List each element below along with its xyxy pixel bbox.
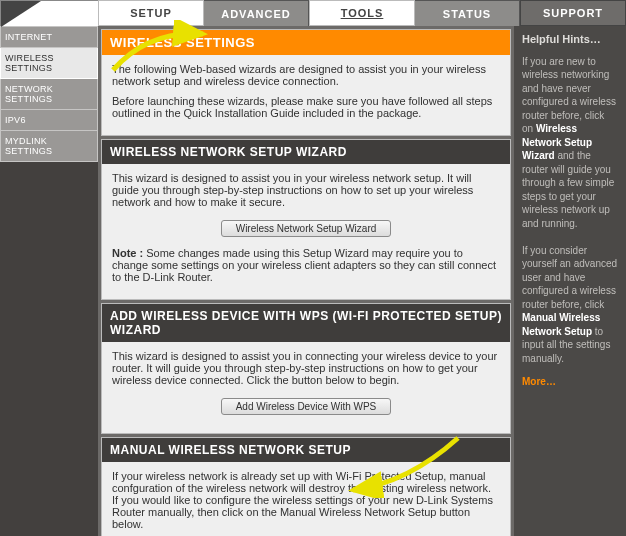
tab-status[interactable]: STATUS xyxy=(415,0,520,26)
wizard-text: This wizard is designed to assist you in… xyxy=(112,172,500,208)
wizard-note: Note : Some changes made using this Setu… xyxy=(112,247,500,283)
section-wps-wizard: ADD WIRELESS DEVICE WITH WPS (WI-FI PROT… xyxy=(101,303,511,434)
top-tab-bar: SETUP ADVANCED TOOLS STATUS SUPPORT xyxy=(0,0,626,26)
wireless-intro-2: Before launching these wizards, please m… xyxy=(112,95,500,119)
wireless-intro-1: The following Web-based wizards are desi… xyxy=(112,63,500,87)
tab-support[interactable]: SUPPORT xyxy=(520,0,626,26)
hints-para-1: If you are new to wireless networking an… xyxy=(522,55,618,231)
hints-para-2: If you consider yourself an advanced use… xyxy=(522,244,618,366)
tab-tools[interactable]: TOOLS xyxy=(309,0,415,26)
tab-setup[interactable]: SETUP xyxy=(98,0,204,26)
wireless-setup-wizard-button[interactable]: Wireless Network Setup Wizard xyxy=(221,220,392,237)
hints-heading: Helpful Hints… xyxy=(522,32,618,47)
section-title-setup-wizard: WIRELESS NETWORK SETUP WIZARD xyxy=(102,140,510,164)
sidebar-item-wireless-settings[interactable]: WIRELESS SETTINGS xyxy=(0,48,98,79)
tab-advanced[interactable]: ADVANCED xyxy=(204,0,309,26)
sidebar-item-mydlink-settings[interactable]: MYDLINK SETTINGS xyxy=(0,131,98,162)
sidebar-item-ipv6[interactable]: IPV6 xyxy=(0,110,98,131)
support-column: Helpful Hints… If you are new to wireles… xyxy=(514,26,626,536)
content-area: WIRELESS SETTINGS The following Web-base… xyxy=(98,26,514,536)
brand-logo-area xyxy=(0,0,98,26)
add-wps-device-button[interactable]: Add Wireless Device With WPS xyxy=(221,398,392,415)
side-nav: INTERNET WIRELESS SETTINGS NETWORK SETTI… xyxy=(0,26,98,536)
hints-more-link[interactable]: More… xyxy=(522,375,618,389)
section-title-manual-setup: MANUAL WIRELESS NETWORK SETUP xyxy=(102,438,510,462)
section-title-wireless-settings: WIRELESS SETTINGS xyxy=(102,30,510,55)
section-manual-setup: MANUAL WIRELESS NETWORK SETUP If your wi… xyxy=(101,437,511,536)
section-wireless-settings: WIRELESS SETTINGS The following Web-base… xyxy=(101,29,511,136)
section-title-wps-wizard: ADD WIRELESS DEVICE WITH WPS (WI-FI PROT… xyxy=(102,304,510,342)
manual-text: If your wireless network is already set … xyxy=(112,470,500,530)
wps-text: This wizard is designed to assist you in… xyxy=(112,350,500,386)
sidebar-item-internet[interactable]: INTERNET xyxy=(0,26,98,48)
sidebar-item-network-settings[interactable]: NETWORK SETTINGS xyxy=(0,79,98,110)
section-setup-wizard: WIRELESS NETWORK SETUP WIZARD This wizar… xyxy=(101,139,511,300)
